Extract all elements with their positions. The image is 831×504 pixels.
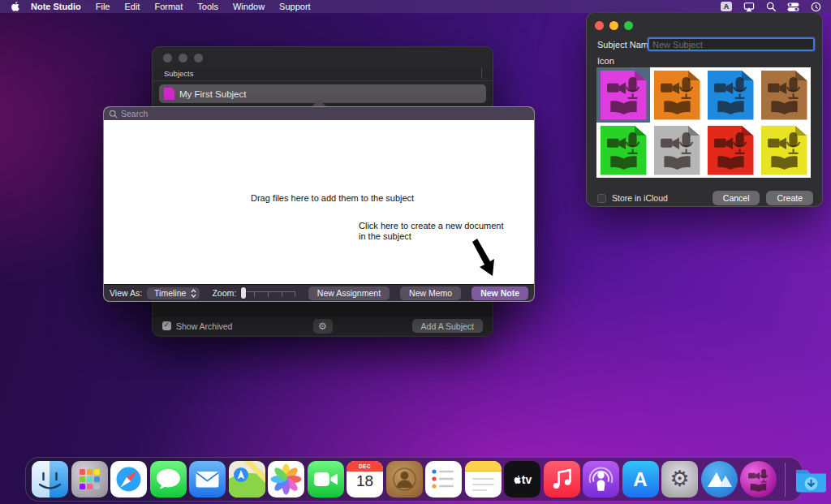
zoom-button[interactable] [624, 21, 633, 30]
menu-window[interactable]: Window [233, 2, 265, 11]
show-archived-checkbox[interactable] [162, 321, 171, 330]
dock-item-messages[interactable] [150, 461, 187, 498]
dock-item-launchpad[interactable] [71, 461, 108, 498]
menu-file[interactable]: File [96, 2, 110, 11]
dock-item-app-store[interactable]: A [622, 461, 659, 498]
search-placeholder: Search [121, 109, 148, 118]
store-icloud-checkbox[interactable] [597, 194, 606, 203]
zoom-slider-thumb[interactable] [241, 287, 246, 299]
control-center-icon[interactable] [787, 2, 799, 12]
annotation-arrow-icon [471, 237, 503, 279]
chevron-up-down-icon [191, 289, 196, 298]
new-assignment-button[interactable]: New Assignment [308, 286, 390, 300]
subject-icon-yellow[interactable] [757, 123, 811, 178]
dock-item-safari[interactable] [110, 461, 147, 498]
create-button[interactable]: Create [766, 191, 813, 205]
icon-section-label: Icon [597, 56, 614, 66]
calendar-day: 18 [347, 472, 383, 490]
menu-format[interactable]: Format [154, 2, 183, 11]
spotlight-icon[interactable] [766, 2, 776, 11]
zoom-label: Zoom: [212, 288, 236, 298]
input-source-badge[interactable]: A [721, 2, 732, 11]
dock-item-photos[interactable] [268, 461, 304, 498]
minimize-button[interactable] [609, 21, 618, 30]
subject-icon-brown[interactable] [757, 67, 811, 123]
show-archived-label: Show Archived [176, 321, 232, 331]
store-icloud-label: Store in iCloud [612, 193, 668, 203]
zoom-button[interactable] [194, 54, 203, 62]
store-icloud-row: Store in iCloud [597, 193, 668, 203]
dock-item-mail[interactable] [189, 461, 226, 498]
subject-icon-magenta[interactable] [596, 67, 650, 123]
calendar-month: DEC [347, 461, 383, 472]
airplay-icon[interactable] [743, 2, 755, 12]
document-popover: Search Drag files here to add them to th… [103, 106, 535, 302]
new-note-button[interactable]: New Note [471, 286, 528, 300]
dock-item-system-preferences[interactable]: ⚙ [661, 461, 698, 498]
popover-toolbar: View As: Timeline Zoom: New Assignment N… [104, 284, 534, 301]
new-subject-dialog: Subject Name: Icon Store in iCloud Cance… [586, 12, 823, 207]
subject-icon-blue[interactable] [704, 67, 757, 123]
menu-edit[interactable]: Edit [124, 2, 140, 11]
dock-item-reminders[interactable] [425, 461, 462, 498]
dock-item-notes[interactable] [465, 461, 502, 498]
view-as-value: Timeline [154, 288, 186, 298]
cancel-button[interactable]: Cancel [713, 191, 760, 205]
search-bar[interactable]: Search [104, 107, 534, 120]
dock-item-podcasts[interactable] [583, 461, 619, 498]
app-store-letter: A [622, 461, 659, 498]
subjects-window-footer: Show Archived Add A Subject [153, 315, 493, 336]
gear-button[interactable] [313, 319, 333, 334]
dock-item-downloads-folder[interactable] [793, 461, 829, 498]
menu-support[interactable]: Support [279, 2, 311, 11]
dock-item-blue-mountain-app[interactable] [701, 461, 738, 498]
minimize-button[interactable] [179, 54, 187, 62]
subject-icon-red[interactable] [704, 123, 757, 178]
add-subject-button[interactable]: Add A Subject [412, 319, 483, 333]
dialog-window-controls [595, 21, 633, 30]
menu-bar: Note Studio File Edit Format Tools Windo… [0, 0, 831, 13]
dock-item-contacts[interactable] [386, 461, 423, 498]
zoom-slider[interactable] [241, 287, 295, 299]
drop-hint-text: Drag files here to add them to the subje… [251, 193, 414, 203]
menu-tools[interactable]: Tools [197, 2, 218, 11]
menu-app-name[interactable]: Note Studio [31, 2, 81, 11]
subject-name-input[interactable] [648, 37, 815, 51]
subject-doc-icon [164, 88, 174, 100]
subject-icon-grid [596, 67, 811, 178]
dock-divider [785, 463, 786, 497]
close-button[interactable] [595, 21, 604, 30]
note-studio-glyph [746, 467, 771, 492]
dock-item-calendar[interactable]: DEC 18 [347, 461, 383, 498]
view-as-label: View As: [110, 288, 142, 298]
clock-icon[interactable] [811, 2, 821, 12]
apple-menu[interactable] [10, 1, 19, 12]
dock: DEC 18 tv A ⚙ [25, 457, 803, 502]
subject-icon-orange[interactable] [650, 67, 704, 123]
dock-item-apple-tv[interactable]: tv [504, 461, 540, 498]
subject-icon-green[interactable] [596, 123, 650, 178]
window-controls [163, 54, 203, 62]
new-memo-button[interactable]: New Memo [400, 286, 461, 300]
dock-item-finder[interactable] [32, 461, 68, 498]
dock-item-facetime[interactable] [308, 461, 344, 498]
column-divider [481, 68, 482, 79]
apple-tv-label: tv [522, 473, 532, 486]
dock-item-music[interactable] [544, 461, 580, 498]
search-icon [109, 110, 118, 118]
close-button[interactable] [163, 54, 172, 62]
dock-item-note-studio[interactable] [740, 461, 777, 498]
view-as-dropdown[interactable]: Timeline [147, 287, 200, 299]
dock-item-maps[interactable] [229, 461, 265, 498]
subject-row-title: My First Subject [179, 89, 246, 99]
subjects-header-label: Subjects [164, 69, 193, 78]
subject-icon-gray[interactable] [650, 123, 704, 178]
subjects-column-header: Subjects [153, 67, 493, 81]
apple-logo-icon [10, 1, 19, 12]
